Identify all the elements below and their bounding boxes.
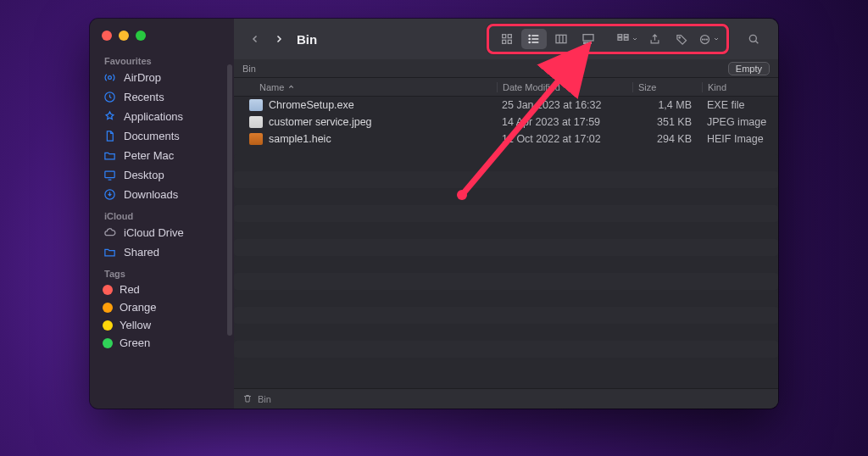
sidebar-section-tags: Tags: [90, 262, 234, 281]
desktop-icon: [103, 168, 117, 182]
view-icon-button[interactable]: [494, 29, 520, 49]
sidebar-item-label: Shared: [124, 246, 159, 259]
sidebar-item-shared[interactable]: Shared: [90, 242, 234, 262]
trash-icon: [242, 393, 253, 405]
sidebar-item-label: AirDrop: [124, 71, 161, 84]
sidebar-item-recents[interactable]: Recents: [90, 87, 234, 107]
cloud-icon: [103, 225, 117, 240]
svg-point-28: [704, 39, 705, 40]
tag-dot-green: [103, 338, 113, 348]
svg-point-13: [529, 42, 530, 42]
file-size: 1,4 MB: [632, 99, 702, 111]
view-column-button[interactable]: [548, 29, 574, 49]
svg-rect-17: [583, 35, 593, 41]
file-date: 14 Apr 2023 at 17:59: [497, 116, 632, 128]
sidebar-tag-yellow[interactable]: Yellow: [90, 316, 234, 334]
column-header-size[interactable]: Size: [632, 82, 702, 92]
file-kind: HEIF Image: [702, 133, 778, 145]
svg-rect-22: [618, 38, 622, 41]
svg-rect-4: [503, 35, 506, 38]
svg-rect-18: [584, 42, 586, 43]
finder-window: Favourites AirDrop Recents Applications …: [90, 19, 778, 409]
svg-rect-5: [508, 35, 511, 38]
search-button[interactable]: [741, 29, 766, 49]
svg-point-11: [529, 35, 530, 36]
sidebar-tag-red[interactable]: Red: [90, 281, 234, 298]
svg-point-0: [108, 76, 112, 80]
sidebar-item-label: Orange: [120, 301, 156, 314]
svg-rect-14: [556, 35, 566, 42]
table-row[interactable]: customer service.jpeg 14 Apr 2023 at 17:…: [234, 114, 778, 131]
path-bar: Bin: [234, 388, 778, 409]
sidebar-item-label: Recents: [124, 91, 164, 103]
column-header-date[interactable]: Date Modified: [497, 82, 632, 92]
sidebar-item-label: Applications: [124, 110, 183, 123]
column-header-kind[interactable]: Kind: [702, 82, 778, 92]
sidebar-item-applications[interactable]: Applications: [90, 107, 234, 126]
close-window-button[interactable]: [102, 31, 112, 41]
svg-point-30: [749, 35, 756, 42]
doc-icon: [103, 129, 117, 143]
tag-dot-yellow: [103, 320, 113, 331]
svg-line-31: [755, 41, 758, 43]
sidebar-item-label: Documents: [124, 130, 180, 142]
toolbar-highlight-box: [487, 24, 729, 54]
file-name: sample1.heic: [269, 133, 331, 145]
location-label: Bin: [242, 64, 256, 74]
sidebar-item-label: Yellow: [120, 319, 151, 331]
sidebar-item-desktop[interactable]: Desktop: [90, 165, 234, 185]
download-icon: [103, 187, 117, 202]
airdrop-icon: [103, 70, 117, 85]
sidebar-item-label: Desktop: [124, 169, 164, 181]
file-name: customer service.jpeg: [269, 116, 372, 128]
location-bar: Bin Empty: [234, 59, 778, 78]
sidebar-item-airdrop[interactable]: AirDrop: [90, 68, 234, 87]
svg-rect-2: [105, 171, 114, 178]
more-actions-button[interactable]: [696, 29, 721, 49]
sidebar-scrollbar[interactable]: [227, 64, 232, 336]
sidebar-item-peter-mac[interactable]: Peter Mac: [90, 146, 234, 165]
tags-button[interactable]: [669, 29, 694, 49]
table-row[interactable]: ChromeSetup.exe 25 Jan 2023 at 16:32 1,4…: [234, 97, 778, 114]
clock-icon: [103, 90, 117, 104]
sidebar-tag-orange[interactable]: Orange: [90, 298, 234, 316]
sidebar-item-downloads[interactable]: Downloads: [90, 185, 234, 204]
nav-back-button[interactable]: [246, 30, 264, 48]
zoom-window-button[interactable]: [136, 31, 146, 41]
file-icon: [249, 116, 263, 128]
minimize-window-button[interactable]: [119, 31, 129, 41]
toolbar: Bin: [234, 19, 778, 59]
view-list-button[interactable]: [521, 29, 547, 49]
sidebar-section-favourites: Favourites: [90, 49, 234, 68]
svg-point-29: [706, 39, 707, 40]
table-row[interactable]: sample1.heic 11 Oct 2022 at 17:02 294 KB…: [234, 131, 778, 147]
sidebar-tag-green[interactable]: Green: [90, 334, 234, 352]
share-button[interactable]: [642, 29, 667, 49]
window-controls: [90, 27, 234, 49]
nav-forward-button[interactable]: [270, 30, 288, 48]
shared-icon: [103, 245, 117, 259]
file-name: ChromeSetup.exe: [269, 99, 354, 111]
sidebar-item-icloud-drive[interactable]: iCloud Drive: [90, 223, 234, 242]
svg-rect-19: [587, 42, 588, 43]
window-title: Bin: [297, 32, 317, 47]
group-by-button[interactable]: [615, 29, 640, 49]
column-headers: Name Date Modified Size Kind: [234, 78, 778, 97]
file-kind: JPEG image: [702, 116, 778, 128]
sidebar-item-label: Green: [120, 336, 150, 349]
sidebar-item-label: Peter Mac: [124, 149, 174, 162]
column-header-name[interactable]: Name: [234, 82, 497, 92]
svg-rect-20: [589, 42, 591, 43]
sidebar-section-icloud: iCloud: [90, 204, 234, 223]
empty-trash-button[interactable]: Empty: [728, 62, 770, 75]
path-label: Bin: [258, 394, 271, 404]
file-date: 11 Oct 2022 at 17:02: [497, 133, 632, 145]
file-size: 294 KB: [632, 133, 702, 145]
file-list: ChromeSetup.exe 25 Jan 2023 at 16:32 1,4…: [234, 97, 778, 147]
view-gallery-button[interactable]: [576, 29, 601, 49]
svg-rect-7: [508, 40, 511, 43]
sidebar-item-documents[interactable]: Documents: [90, 126, 234, 146]
file-size: 351 KB: [632, 116, 702, 128]
file-icon: [249, 133, 263, 145]
tag-dot-red: [103, 285, 113, 295]
